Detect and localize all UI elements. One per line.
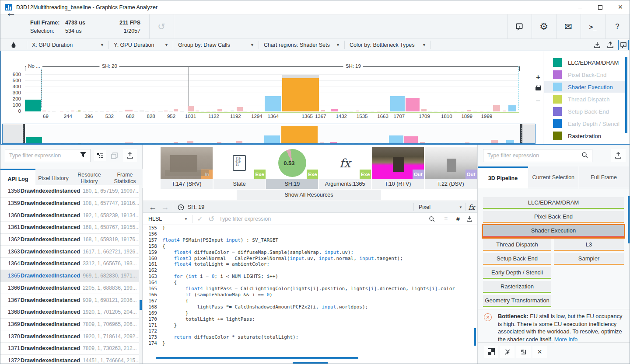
chart-bar[interactable] <box>428 111 432 111</box>
chart-bar[interactable] <box>196 111 199 111</box>
chart-minimap[interactable] <box>2 124 536 144</box>
maximize-button[interactable] <box>590 0 610 14</box>
chart-bar[interactable] <box>406 98 420 111</box>
api-log-row[interactable]: 1367DrawIndexedInstanced939, 1, 698121, … <box>0 294 139 306</box>
minimize-button[interactable]: – <box>570 0 590 14</box>
resource-card-t-147-srv-[interactable]: InT:147 (SRV) <box>161 146 213 189</box>
chart-bar[interactable] <box>243 111 247 111</box>
chart-bar[interactable] <box>441 111 444 111</box>
chart-bar[interactable] <box>331 109 338 111</box>
api-log-row[interactable]: 1372DrawIndexedInstanced14451, 1, 746664… <box>0 355 139 364</box>
legend-item-setup-back-end[interactable]: Setup Back-End <box>544 106 626 117</box>
feedback-mail-icon[interactable]: ✉ <box>556 14 581 39</box>
pipeline-block-sampler[interactable]: Sampler <box>554 253 624 265</box>
code-hscrollbar[interactable] <box>156 357 358 359</box>
zoom-in-button[interactable]: + <box>534 73 542 82</box>
shader-code-viewer[interactable]: 155}156157float4 PSMain(PSInput input) :… <box>143 225 475 356</box>
chart-bar[interactable] <box>88 111 93 111</box>
filter-funnel-icon[interactable] <box>80 152 87 159</box>
api-log-row[interactable]: 1370DrawIndexedInstanced1920, 1, 718614,… <box>0 330 139 343</box>
chart-bar[interactable] <box>282 78 319 111</box>
minimap-right-handle[interactable] <box>520 124 522 143</box>
pipeline-block-early-depth-stencil[interactable]: Early Depth / Stencil <box>483 267 551 279</box>
chart-bar[interactable] <box>100 111 104 111</box>
chart-bar[interactable] <box>25 100 41 111</box>
chart-bar[interactable] <box>201 111 204 111</box>
chart-bar[interactable] <box>174 109 178 111</box>
api-log-row[interactable]: 1371DrawIndexedInstanced7809, 1, 730263,… <box>0 343 139 355</box>
revert-undo-icon[interactable]: ↺ <box>206 213 217 225</box>
resource-card-t-22-dsv-[interactable]: OutT:22 (DSV) <box>425 146 477 189</box>
search-icon[interactable] <box>581 151 588 160</box>
go-to-call-icon[interactable] <box>516 346 531 358</box>
export-pipeline-icon[interactable] <box>611 149 626 162</box>
chart-bar[interactable] <box>231 111 234 111</box>
zoom-out-button[interactable]: – <box>534 97 542 104</box>
close-button[interactable]: × <box>610 0 630 14</box>
api-log-filter-input[interactable]: Type filter expression <box>5 149 91 162</box>
undo-icon[interactable]: ↺ <box>149 14 174 39</box>
chart-bar[interactable] <box>503 111 506 111</box>
chart-bar[interactable] <box>95 111 98 111</box>
chart-bar[interactable] <box>152 111 155 111</box>
chart-bar[interactable] <box>377 111 381 111</box>
pipeline-block-rasterization[interactable]: Rasterization <box>483 281 551 293</box>
api-log-row[interactable]: 1363DrawIndexedInstanced1617, 1, 662721,… <box>0 246 139 258</box>
chart-bar[interactable] <box>60 111 63 111</box>
shader-stage-select[interactable]: Pixel <box>419 201 430 213</box>
chart-bar[interactable] <box>237 107 243 112</box>
chart-bar[interactable] <box>206 111 210 111</box>
apply-check-icon[interactable]: ✓ <box>195 213 205 225</box>
chart-bar[interactable] <box>180 111 184 111</box>
chart-bar[interactable] <box>112 111 117 111</box>
stage-dropdown-arrow[interactable]: ▼ <box>459 201 462 213</box>
chart-bar[interactable] <box>356 111 359 111</box>
pipeline-scrollbar[interactable] <box>628 196 630 243</box>
chart-bar[interactable] <box>493 105 500 111</box>
legend-item-shader-execution[interactable]: Shader Execution <box>544 81 626 93</box>
tab-3d-pipeline[interactable]: 3D Pipeline <box>478 166 528 188</box>
metrics-info-icon[interactable] <box>507 14 532 39</box>
chart-bar[interactable] <box>321 110 325 112</box>
chart-bar[interactable] <box>461 111 464 111</box>
api-log-row[interactable]: 1366DrawIndexedInstanced2205, 1, 688836,… <box>0 282 139 295</box>
tab-current-selection[interactable]: Current Selection <box>528 166 578 188</box>
chart-bar[interactable] <box>265 96 281 111</box>
chart-bar[interactable] <box>106 111 109 111</box>
code-filter-input[interactable]: Type filter expression <box>219 213 271 225</box>
sort-lines-icon[interactable]: ≡ <box>441 213 451 225</box>
legend-item-rasterization[interactable]: Rasterization <box>544 130 626 142</box>
pipeline-block-shader-execution[interactable]: Shader Execution <box>483 225 624 237</box>
pipeline-filter-input[interactable]: Type filter expression <box>483 149 592 162</box>
more-info-link[interactable]: More info <box>554 336 578 343</box>
clear-selection-icon[interactable]: × <box>532 346 547 358</box>
download-shader-icon[interactable] <box>464 213 475 225</box>
chart-bar[interactable] <box>343 111 347 111</box>
chart-bar[interactable] <box>384 111 387 111</box>
tree-view-icon[interactable] <box>94 150 106 161</box>
capture-download-icon[interactable] <box>592 40 602 50</box>
chart-bar[interactable] <box>250 111 254 111</box>
chart-bar[interactable] <box>71 111 74 111</box>
chart-bar[interactable] <box>362 111 365 111</box>
zoom-lock-button[interactable] <box>534 83 542 90</box>
resource-card-arguments-1365[interactable]: fxExeArguments:1365 <box>319 146 371 189</box>
api-log-row[interactable]: 1368DrawIndexedInstanced1920, 1, 701205,… <box>0 306 139 319</box>
resource-card-sh-19[interactable]: 0.53ExeSH:19 <box>266 146 318 189</box>
minimap-selection[interactable] <box>24 124 521 143</box>
pipeline-block-pixel-back-end[interactable]: Pixel Back-End <box>483 211 624 223</box>
chart-bar[interactable] <box>224 111 228 111</box>
history-clock-icon[interactable] <box>175 201 186 213</box>
legend-item-llc-edram-dram[interactable]: LLC/EDRAM/DRAM <box>544 57 626 68</box>
pipeline-block-setup-back-end[interactable]: Setup Back-End <box>483 253 551 265</box>
pipeline-block-llc-edram-dram[interactable]: LLC/EDRAM/DRAM <box>483 197 624 209</box>
chart-bar[interactable] <box>480 111 483 111</box>
chart-bar[interactable] <box>473 111 477 111</box>
chart-bar[interactable] <box>434 111 438 111</box>
chart-bar[interactable] <box>140 111 144 111</box>
chart-bar[interactable] <box>467 110 471 112</box>
dropdown-color-by[interactable]: Color by: Bottleneck Types▼ <box>344 39 430 51</box>
fx-arguments-icon[interactable]: fx <box>467 201 476 213</box>
chart-bar[interactable] <box>371 111 374 111</box>
code-vscrollbar[interactable] <box>474 328 476 346</box>
